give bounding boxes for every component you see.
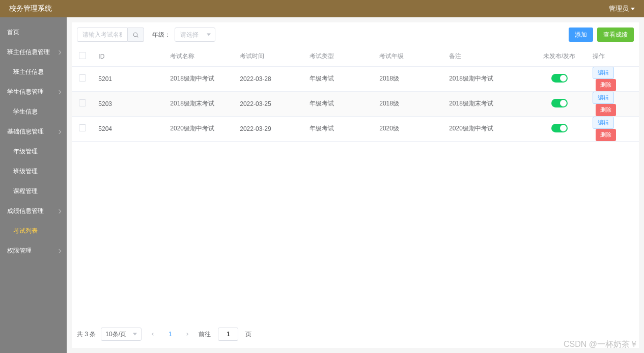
page-1[interactable]: 1 [164, 328, 176, 340]
goto-prefix: 前往 [199, 330, 211, 339]
row-checkbox[interactable] [79, 74, 86, 82]
sidebar: 首页班主任信息管理班主任信息学生信息管理学生信息基础信息管理年级管理班级管理课程… [0, 17, 67, 353]
search-icon [132, 32, 139, 38]
cell-time: 2022-03-29 [235, 116, 304, 141]
col-type: 考试类型 [304, 47, 374, 66]
cell-grade: 2020级 [374, 116, 444, 141]
cell-time: 2022-03-25 [235, 91, 304, 116]
cell-id: 5204 [93, 116, 165, 141]
table-row: 52032018级期末考试2022-03-25年级考试2018级2018级期末考… [72, 91, 639, 116]
header: 校务管理系统 管理员 [0, 0, 644, 17]
cell-time: 2022-03-28 [235, 66, 304, 91]
col-action: 操作 [587, 47, 639, 66]
sidebar-item-6[interactable]: 年级管理 [0, 142, 67, 161]
grade-label: 年级： [152, 31, 171, 39]
search-button[interactable] [128, 28, 144, 42]
publish-switch[interactable] [551, 124, 568, 132]
sidebar-item-3[interactable]: 学生信息管理 [0, 82, 67, 102]
add-button[interactable]: 添加 [569, 28, 593, 42]
content: 年级： 请选择 添加 查看成绩 ID 考试名称 [67, 17, 644, 353]
user-name: 管理员 [609, 4, 629, 13]
delete-button[interactable]: 删除 [596, 104, 616, 116]
cell-type: 年级考试 [304, 116, 374, 141]
col-grade: 考试年级 [374, 47, 444, 66]
svg-point-0 [133, 33, 137, 37]
cell-id: 5203 [93, 91, 165, 116]
sidebar-item-8[interactable]: 课程管理 [0, 181, 67, 201]
cell-remark: 2018级期中考试 [444, 66, 531, 91]
cell-remark: 2018级期末考试 [444, 91, 531, 116]
cell-grade: 2018级 [374, 66, 444, 91]
publish-switch[interactable] [551, 74, 568, 83]
cell-name: 2020级期中考试 [165, 116, 235, 141]
next-page-button[interactable] [181, 328, 193, 340]
app-title: 校务管理系统 [9, 4, 52, 13]
cell-name: 2018级期中考试 [165, 66, 235, 91]
sidebar-item-0[interactable]: 首页 [0, 22, 67, 42]
col-remark: 备注 [444, 47, 531, 66]
row-checkbox[interactable] [79, 99, 86, 106]
prev-page-button[interactable] [147, 328, 159, 340]
cell-id: 5201 [93, 66, 165, 91]
sidebar-item-4[interactable]: 学生信息 [0, 102, 67, 122]
delete-button[interactable]: 删除 [596, 79, 616, 91]
col-name: 考试名称 [165, 47, 235, 66]
pagination: 共 3 条 10条/页 1 前往 页 [72, 320, 639, 348]
edit-button[interactable]: 编辑 [593, 117, 614, 129]
col-publish: 未发布/发布 [531, 47, 587, 66]
cell-type: 年级考试 [304, 66, 374, 91]
cell-remark: 2020级期中考试 [444, 116, 531, 141]
chevron-down-icon [631, 8, 635, 10]
delete-button[interactable]: 删除 [596, 129, 616, 141]
select-all-checkbox[interactable] [79, 52, 86, 59]
svg-line-1 [137, 36, 138, 37]
sidebar-item-2[interactable]: 班主任信息 [0, 62, 67, 82]
col-time: 考试时间 [235, 47, 304, 66]
edit-button[interactable]: 编辑 [593, 92, 614, 104]
publish-switch[interactable] [551, 99, 568, 107]
table-row: 52012018级期中考试2022-03-28年级考试2018级2018级期中考… [72, 66, 639, 91]
chevron-right-icon [185, 332, 190, 337]
col-id: ID [93, 47, 165, 66]
total-count: 共 3 条 [77, 330, 96, 339]
grade-select[interactable]: 请选择 [175, 28, 215, 42]
edit-button[interactable]: 编辑 [593, 67, 614, 79]
exam-table: ID 考试名称 考试时间 考试类型 考试年级 备注 未发布/发布 操作 5201… [72, 47, 639, 142]
search-input[interactable] [77, 28, 128, 42]
goto-input[interactable] [218, 328, 238, 341]
chevron-left-icon [150, 332, 155, 337]
view-grades-button[interactable]: 查看成绩 [597, 28, 634, 42]
sidebar-item-11[interactable]: 权限管理 [0, 241, 67, 261]
goto-suffix: 页 [245, 330, 251, 339]
sidebar-item-5[interactable]: 基础信息管理 [0, 122, 67, 142]
cell-type: 年级考试 [304, 91, 374, 116]
sidebar-item-10[interactable]: 考试列表 [0, 221, 67, 241]
sidebar-item-7[interactable]: 班级管理 [0, 161, 67, 181]
sidebar-item-9[interactable]: 成绩信息管理 [0, 201, 67, 221]
user-menu[interactable]: 管理员 [609, 4, 635, 13]
cell-grade: 2018级 [374, 91, 444, 116]
sidebar-item-1[interactable]: 班主任信息管理 [0, 42, 67, 62]
row-checkbox[interactable] [79, 124, 86, 131]
cell-name: 2018级期末考试 [165, 91, 235, 116]
pagesize-select[interactable]: 10条/页 [101, 328, 142, 341]
toolbar: 年级： 请选择 添加 查看成绩 [72, 22, 639, 47]
table-row: 52042020级期中考试2022-03-29年级考试2020级2020级期中考… [72, 116, 639, 141]
